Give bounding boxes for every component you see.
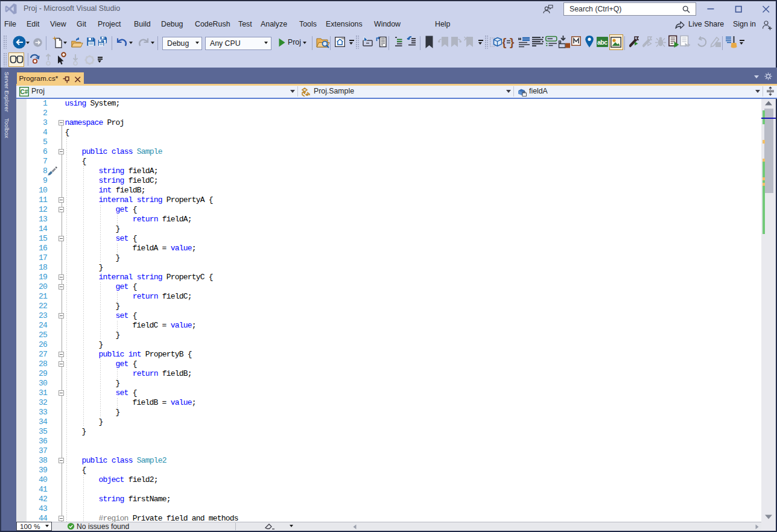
svg-text:abc: abc (597, 39, 607, 46)
svg-text:}: } (510, 36, 515, 48)
svg-text:C#: C# (21, 89, 28, 95)
svg-text:{: { (503, 36, 506, 48)
